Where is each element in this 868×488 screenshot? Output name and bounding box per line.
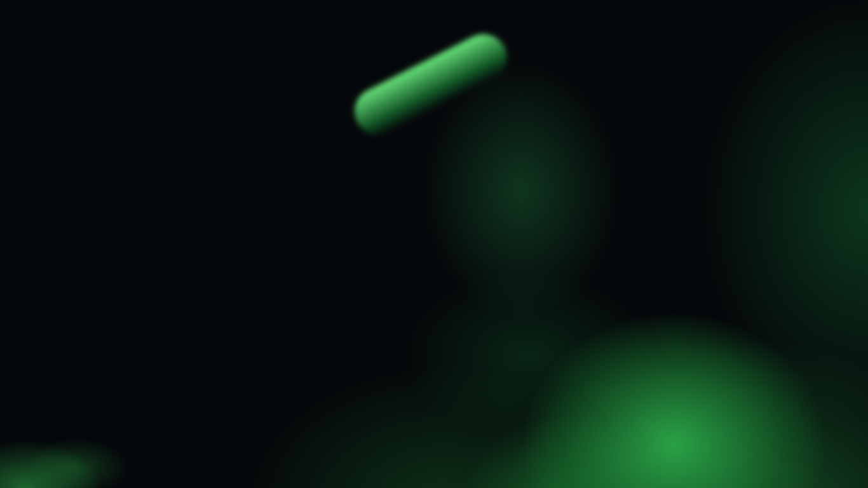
- wallpaper-mask-glow: [445, 130, 494, 238]
